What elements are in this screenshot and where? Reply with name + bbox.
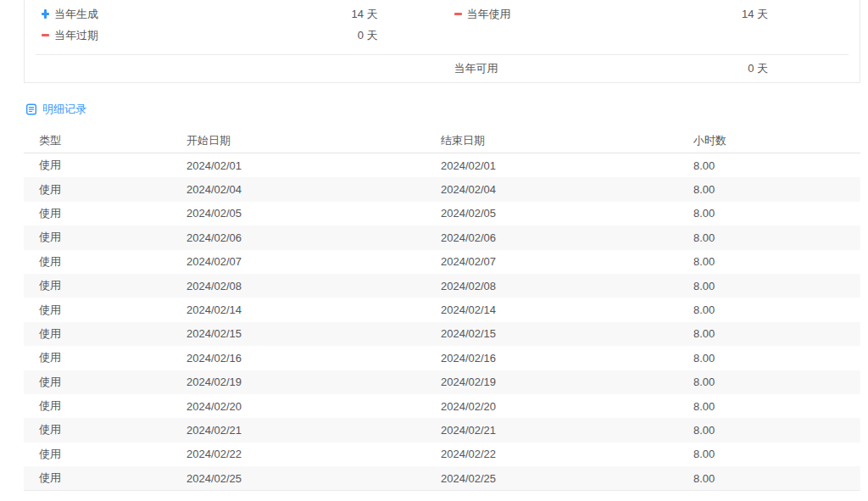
cell-type: 使用 — [24, 346, 186, 370]
table-row: 使用2024/02/202024/02/208.00 — [24, 394, 860, 418]
column-header-start-date: 开始日期 — [186, 129, 441, 153]
table-row: 使用2024/02/212024/02/218.00 — [24, 418, 860, 442]
table-row: 使用2024/02/142024/02/148.00 — [24, 298, 860, 321]
cell-hours: 8.00 — [693, 466, 860, 491]
cell-type: 使用 — [24, 225, 186, 249]
summary-row-used: 当年使用 14 天 — [442, 3, 860, 25]
cell-type: 使用 — [24, 153, 186, 178]
summary-value: 0 天 — [358, 28, 378, 43]
table-row: 使用2024/02/012024/02/018.00 — [24, 153, 860, 178]
cell-hours: 8.00 — [693, 153, 860, 178]
cell-start-date: 2024/02/01 — [186, 153, 441, 178]
table-row: 使用2024/02/252024/02/258.00 — [24, 466, 860, 491]
cell-end-date: 2024/02/25 — [441, 466, 693, 491]
cell-start-date: 2024/02/06 — [186, 225, 441, 249]
cell-end-date: 2024/02/08 — [441, 274, 693, 298]
summary-value: 14 天 — [351, 7, 377, 22]
cell-type: 使用 — [24, 370, 186, 394]
table-row: 使用2024/02/042024/02/048.00 — [24, 177, 860, 201]
cell-start-date: 2024/02/15 — [186, 322, 441, 346]
cell-hours: 8.00 — [693, 202, 860, 225]
cell-end-date: 2024/02/16 — [441, 346, 693, 370]
cell-start-date: 2024/02/16 — [186, 346, 441, 370]
cell-start-date: 2024/02/20 — [186, 394, 441, 418]
cell-end-date: 2024/02/07 — [441, 250, 693, 274]
table-row: 使用2024/02/192024/02/198.00 — [24, 370, 860, 394]
table-row: 使用2024/02/082024/02/088.00 — [24, 274, 860, 298]
table-row: 使用2024/02/152024/02/158.00 — [24, 322, 860, 346]
table-row: 使用2024/02/162024/02/168.00 — [24, 346, 860, 370]
detail-records-table: 类型 开始日期 结束日期 小时数 使用2024/02/012024/02/018… — [24, 129, 860, 491]
summary-row-empty — [442, 25, 860, 46]
cell-start-date: 2024/02/07 — [186, 250, 441, 274]
cell-hours: 8.00 — [693, 274, 860, 298]
summary-label: 当年使用 — [467, 7, 511, 22]
cell-type: 使用 — [24, 394, 186, 418]
table-row: 使用2024/02/062024/02/068.00 — [24, 225, 860, 249]
cell-end-date: 2024/02/19 — [441, 370, 693, 394]
cell-type: 使用 — [24, 418, 186, 442]
cell-hours: 8.00 — [693, 225, 860, 249]
cell-hours: 8.00 — [693, 177, 860, 201]
cell-type: 使用 — [24, 322, 186, 346]
cell-type: 使用 — [24, 250, 186, 274]
table-body: 使用2024/02/012024/02/018.00使用2024/02/0420… — [24, 153, 860, 491]
cell-end-date: 2024/02/21 — [441, 418, 693, 442]
page-content: 当年生成 14 天 当年使用 14 天 当年过期 0 天 当年可用 0 天 — [24, 0, 860, 491]
summary-value: 0 天 — [748, 61, 768, 76]
cell-end-date: 2024/02/22 — [441, 443, 693, 466]
cell-end-date: 2024/02/20 — [441, 394, 693, 418]
cell-end-date: 2024/02/14 — [441, 298, 693, 321]
cell-start-date: 2024/02/22 — [186, 443, 441, 466]
cell-type: 使用 — [24, 466, 186, 491]
cell-hours: 8.00 — [693, 250, 860, 274]
cell-end-date: 2024/02/06 — [441, 225, 693, 249]
cell-type: 使用 — [24, 298, 186, 321]
cell-hours: 8.00 — [693, 298, 860, 321]
summary-label: 当年生成 — [54, 7, 98, 22]
cell-start-date: 2024/02/21 — [186, 418, 441, 442]
summary-grid: 当年生成 14 天 当年使用 14 天 当年过期 0 天 — [25, 3, 860, 46]
plus-icon — [42, 9, 54, 19]
summary-row-empty — [25, 55, 442, 82]
cell-end-date: 2024/02/15 — [441, 322, 693, 346]
table-header-row: 类型 开始日期 结束日期 小时数 — [24, 129, 860, 153]
document-icon — [25, 103, 37, 115]
minus-icon — [42, 31, 54, 40]
summary-row-available: 当年可用 0 天 — [442, 55, 860, 82]
cell-hours: 8.00 — [693, 322, 860, 346]
table-row: 使用2024/02/072024/02/078.00 — [24, 250, 860, 274]
section-title: 明细记录 — [42, 102, 86, 117]
summary-row-generated: 当年生成 14 天 — [25, 3, 442, 25]
column-header-end-date: 结束日期 — [441, 129, 693, 153]
leave-balance-summary-card: 当年生成 14 天 当年使用 14 天 当年过期 0 天 当年可用 0 天 — [24, 0, 860, 83]
cell-end-date: 2024/02/01 — [441, 153, 693, 178]
cell-start-date: 2024/02/19 — [186, 370, 441, 394]
cell-hours: 8.00 — [693, 370, 860, 394]
table-row: 使用2024/02/222024/02/228.00 — [24, 443, 860, 466]
column-header-type: 类型 — [24, 129, 186, 153]
cell-start-date: 2024/02/04 — [186, 177, 441, 201]
cell-start-date: 2024/02/08 — [186, 274, 441, 298]
detail-records-header: 明细记录 — [25, 100, 860, 119]
cell-hours: 8.00 — [693, 346, 860, 370]
minus-icon — [454, 9, 467, 19]
cell-end-date: 2024/02/04 — [441, 177, 693, 201]
summary-value: 14 天 — [742, 7, 768, 22]
cell-type: 使用 — [24, 443, 186, 466]
column-header-hours: 小时数 — [693, 129, 860, 153]
summary-row-expired: 当年过期 0 天 — [25, 25, 442, 46]
summary-label: 当年可用 — [454, 61, 498, 76]
cell-hours: 8.00 — [693, 394, 860, 418]
cell-hours: 8.00 — [693, 443, 860, 466]
cell-start-date: 2024/02/14 — [186, 298, 441, 321]
cell-type: 使用 — [24, 274, 186, 298]
cell-start-date: 2024/02/05 — [186, 202, 441, 225]
summary-label: 当年过期 — [54, 28, 98, 43]
cell-hours: 8.00 — [693, 418, 860, 442]
cell-type: 使用 — [24, 177, 186, 201]
cell-type: 使用 — [24, 202, 186, 225]
summary-grid-bottom: 当年可用 0 天 — [25, 55, 860, 82]
cell-start-date: 2024/02/25 — [186, 466, 441, 491]
table-row: 使用2024/02/052024/02/058.00 — [24, 202, 860, 225]
